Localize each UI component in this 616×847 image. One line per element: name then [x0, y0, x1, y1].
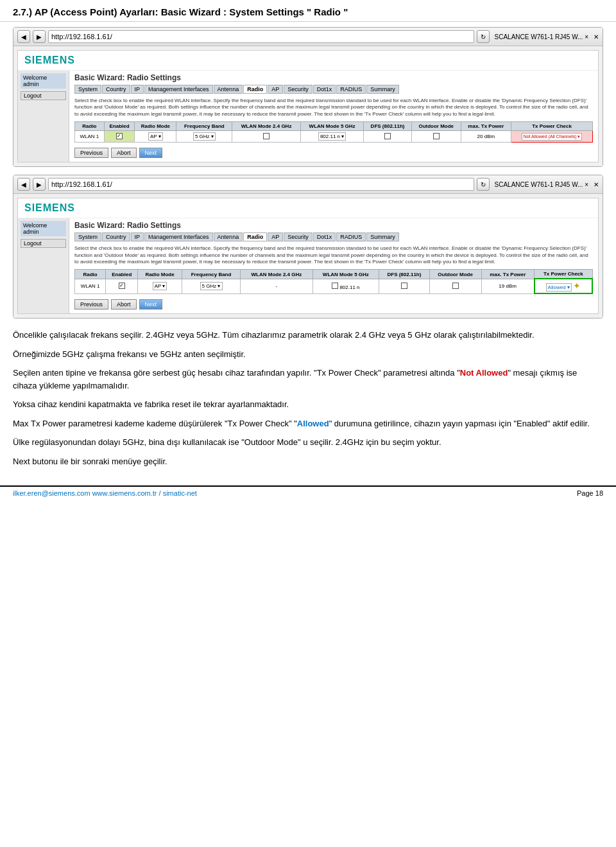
cell-outdoor-2 — [429, 279, 481, 293]
main-content-1: Basic Wizard: Radio Settings System Coun… — [69, 71, 598, 162]
wlan5-select-1[interactable]: 802.11 n ▾ — [318, 132, 346, 141]
tab-system-1[interactable]: System — [74, 85, 101, 94]
refresh-button-2[interactable]: ↻ — [477, 178, 490, 191]
tab-radius-1[interactable]: RADIUS — [336, 85, 366, 94]
info-text-2: Select the check box to enable the requi… — [74, 245, 593, 265]
next-button-1[interactable]: Next — [139, 148, 163, 158]
cell-dfs-1 — [364, 131, 412, 143]
paragraph-7: Ülke regülasyonundan dolayı 5GHz, bina d… — [13, 436, 603, 449]
paragraph-5: Yoksa cihaz kendini kapatmakta ve fabrik… — [13, 398, 603, 411]
footer-email: ilker.eren@siemens.com www.siemens.com.t… — [13, 489, 197, 497]
tab-dot1x-2[interactable]: Dot1x — [313, 232, 336, 241]
paragraph-2: Örneğimizde 5GHz çalışma frekansı ve 5GH… — [13, 348, 603, 361]
previous-button-2[interactable]: Previous — [74, 299, 108, 310]
forward-button-1[interactable]: ▶ — [33, 30, 46, 43]
footer-page: Page 18 — [577, 489, 603, 497]
tab-radius-2[interactable]: RADIUS — [336, 232, 366, 241]
tab-antenna-2[interactable]: Antenna — [214, 232, 243, 241]
col-outdoor-2: Outdoor Mode — [429, 270, 481, 279]
tab-mgmt-1[interactable]: Management Interfaces — [144, 85, 213, 94]
forward-button-2[interactable]: ▶ — [33, 178, 46, 191]
tab-security-2[interactable]: Security — [284, 232, 312, 241]
col-dfs-1: DFS (802.11h) — [364, 122, 412, 131]
col-freq-2: Frequency Band — [182, 270, 240, 279]
mode-select-2[interactable]: AP ▾ — [153, 282, 167, 290]
logout-button-2[interactable]: Logout — [21, 239, 66, 248]
tab-radio-1[interactable]: Radio — [243, 85, 267, 94]
cell-enabled-2[interactable] — [106, 279, 138, 293]
next-button-2[interactable]: Next — [139, 299, 163, 310]
tab-security-1[interactable]: Security — [284, 85, 312, 94]
freq-select-1[interactable]: 5 GHz ▾ — [193, 132, 216, 141]
col-txcheck-2: Tx Power Check — [535, 270, 592, 279]
wlan24-checkbox-1[interactable] — [263, 133, 270, 139]
tab-ap-1[interactable]: AP — [268, 85, 283, 94]
page-title: 2.7.) AP (Access Point) Ayarları: Basic … — [0, 0, 616, 22]
col-wlan5-2: WLAN Mode 5 GHz — [312, 270, 379, 279]
tab-dot1x-1[interactable]: Dot1x — [313, 85, 336, 94]
browser-toolbar-2: ◀ ▶ ↻ SCALANCE W761-1 RJ45 W... × ✕ — [13, 175, 603, 194]
address-bar-2[interactable] — [48, 178, 474, 191]
col-radio-1: Radio — [75, 122, 105, 131]
txcheck-select-1[interactable]: Not Allowed (All Channels) ▾ — [522, 133, 583, 141]
cell-wlan24-2: - — [241, 279, 312, 293]
abort-button-1[interactable]: Abort — [111, 148, 137, 158]
cell-mode-2: AP ▾ — [138, 279, 182, 293]
cell-txcheck-2: Allowed ▾ ✦ — [535, 279, 592, 293]
col-mode-2: Radio Mode — [138, 270, 182, 279]
enabled-checkbox-1[interactable] — [116, 133, 123, 139]
not-allowed-text: Not Allowed — [460, 368, 508, 378]
tab-antenna-1[interactable]: Antenna — [214, 85, 243, 94]
app-body-1: Welcome admin Logout Basic Wizard: Radio… — [18, 71, 598, 162]
wlan5-value-2: 802.11 n — [339, 284, 359, 290]
previous-button-1[interactable]: Previous — [74, 148, 108, 158]
radio-settings-table-2: Radio Enabled Radio Mode Frequency Band … — [74, 269, 593, 294]
dfs-checkbox-2[interactable] — [401, 283, 407, 289]
tab-country-2[interactable]: Country — [102, 232, 130, 241]
txcheck-select-2[interactable]: Allowed ▾ — [546, 283, 572, 292]
tab-country-1[interactable]: Country — [102, 85, 130, 94]
button-row-2: Previous Abort Next — [74, 298, 593, 311]
tab-ap-2[interactable]: AP — [268, 232, 283, 241]
address-bar-1[interactable] — [48, 30, 474, 43]
cell-txpower-2: 19 dBm — [481, 279, 535, 293]
back-button-1[interactable]: ◀ — [17, 30, 30, 43]
enabled-checkbox-2[interactable] — [119, 283, 125, 289]
sidebar-welcome-2: Welcome admin — [21, 221, 66, 236]
cell-enabled-1[interactable] — [104, 131, 134, 143]
back-button-2[interactable]: ◀ — [17, 178, 30, 191]
col-mode-1: Radio Mode — [135, 122, 176, 131]
freq-select-2[interactable]: 5 GHz ▾ — [200, 282, 223, 290]
wlan5-checkbox-2[interactable] — [332, 283, 338, 289]
outdoor-checkbox-1[interactable] — [433, 133, 440, 139]
mode-select-1[interactable]: AP ▾ — [148, 132, 163, 141]
browser-content-2: SIEMENS Welcome admin Logout Basic Wizar… — [13, 194, 603, 318]
col-txpower-1: max. Tx Power — [461, 122, 511, 131]
nav-tabs-1: System Country IP Management Interfaces … — [74, 85, 593, 94]
abort-button-2[interactable]: Abort — [111, 299, 137, 310]
cell-freq-2: 5 GHz ▾ — [182, 279, 240, 293]
cell-dfs-2 — [379, 279, 430, 293]
nav-tabs-2: System Country IP Management Interfaces … — [74, 232, 593, 241]
cell-radio-1: WLAN 1 — [75, 131, 105, 143]
refresh-button-1[interactable]: ↻ — [477, 30, 490, 43]
tab-mgmt-2[interactable]: Management Interfaces — [144, 232, 213, 241]
logout-button-1[interactable]: Logout — [21, 91, 66, 100]
browser-tab-2: SCALANCE W761-1 RJ45 W... × — [495, 181, 588, 188]
tab-summary-1[interactable]: Summary — [366, 85, 399, 94]
siemens-logo-1: SIEMENS — [24, 55, 75, 66]
col-freq-1: Frequency Band — [176, 122, 232, 131]
close-tab-1[interactable]: ✕ — [594, 33, 599, 40]
dfs-checkbox-1[interactable] — [384, 133, 391, 139]
col-outdoor-1: Outdoor Mode — [411, 122, 461, 131]
tab-ip-2[interactable]: IP — [131, 232, 144, 241]
allowed-text: Allowed — [297, 419, 329, 428]
tab-ip-1[interactable]: IP — [131, 85, 144, 94]
tab-system-2[interactable]: System — [74, 232, 101, 241]
app-container-1: SIEMENS Welcome admin Logout Basic Wizar… — [17, 50, 599, 162]
tab-summary-2[interactable]: Summary — [366, 232, 399, 241]
page-footer: ilker.eren@siemens.com www.siemens.com.t… — [0, 485, 616, 500]
outdoor-checkbox-2[interactable] — [452, 283, 459, 289]
close-tab-2[interactable]: ✕ — [594, 181, 599, 188]
tab-radio-2[interactable]: Radio — [243, 232, 267, 241]
